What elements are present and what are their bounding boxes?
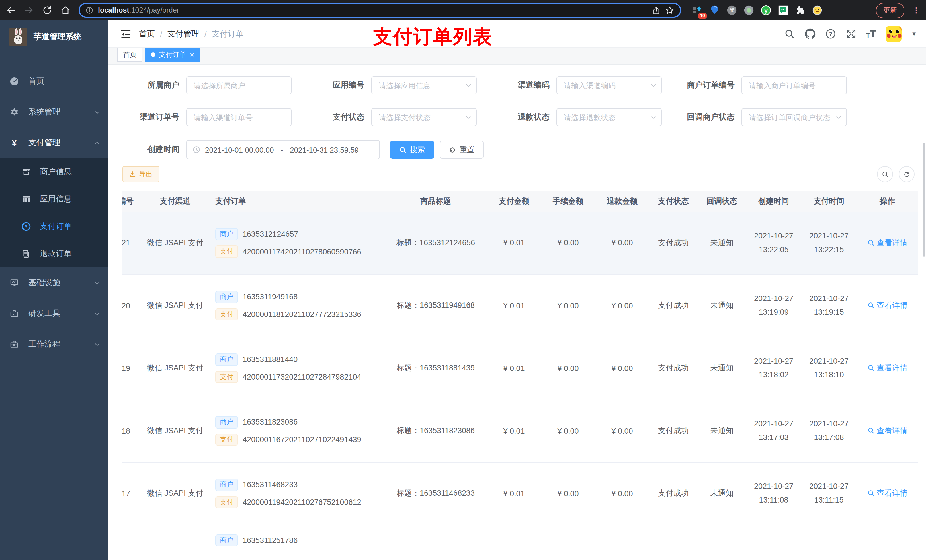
sidebar-item-home[interactable]: 首页 xyxy=(0,66,108,97)
sidebar-item-infra[interactable]: 基础设施 xyxy=(0,267,108,298)
merchant-order-no: 1635311468233 xyxy=(243,480,298,489)
share-icon[interactable] xyxy=(652,6,661,15)
ext-balloon-icon[interactable] xyxy=(710,5,720,15)
tab-home[interactable]: 首页 xyxy=(117,47,142,62)
sidebar-logo: 芋道管理系统 xyxy=(0,21,108,53)
forward-icon[interactable] xyxy=(24,5,34,15)
fullscreen-icon[interactable] xyxy=(846,29,856,39)
table-toolbar: 导出 xyxy=(123,166,919,182)
table-row: 21 微信 JSAPI 支付 商户 1635312124657 支付 42000… xyxy=(123,212,918,274)
sidebar-item-refund-order[interactable]: 退款订单 xyxy=(0,240,108,267)
ext-command-icon[interactable]: ⌘ xyxy=(727,5,737,15)
view-detail-link[interactable]: 查看详情 xyxy=(867,363,908,373)
channel-order-no: 4200001173202110272847982104 xyxy=(243,373,361,381)
app-select[interactable] xyxy=(371,76,477,95)
ext-badge: 10 xyxy=(698,13,707,19)
header-actions: ? TT ▼ xyxy=(784,26,917,42)
view-detail-label: 查看详情 xyxy=(877,363,908,373)
filter-channel-code: 渠道编码 xyxy=(493,76,662,95)
refresh-icon[interactable] xyxy=(899,166,915,182)
pay-status: 支付成功 xyxy=(649,274,698,337)
export-button[interactable]: 导出 xyxy=(123,166,159,182)
filter-refund-status: 退款状态 xyxy=(493,108,662,126)
help-icon[interactable]: ? xyxy=(825,29,836,39)
fee-amount: ¥ 0.00 xyxy=(541,212,595,274)
home-icon[interactable] xyxy=(61,5,71,15)
view-detail-link[interactable]: 查看详情 xyxy=(867,300,908,311)
url-bar[interactable]: localhost :1024/pay/order xyxy=(79,3,681,18)
merchant-input[interactable] xyxy=(186,76,292,95)
sidebar-item-label: 系统管理 xyxy=(29,107,84,117)
merchant-tag: 商户 xyxy=(215,291,238,303)
browser-menu-icon[interactable]: ⋮ xyxy=(912,6,920,14)
reload-icon[interactable] xyxy=(42,5,52,15)
search-button[interactable]: 搜索 xyxy=(390,140,434,159)
sidebar-menu: 首页 系统管理 ¥ 支付管理 xyxy=(0,53,108,560)
site-info-icon[interactable] xyxy=(85,6,94,14)
breadcrumb-home[interactable]: 首页 xyxy=(139,29,155,39)
avatar[interactable] xyxy=(885,26,902,42)
back-icon[interactable] xyxy=(6,5,16,15)
page-scrollbar[interactable] xyxy=(923,143,925,257)
refund-amount: ¥ 0.00 xyxy=(595,337,649,400)
toggle-search-icon[interactable] xyxy=(877,166,893,182)
sidebar-item-merchant-info[interactable]: 商户信息 xyxy=(0,158,108,186)
tab-pay-order[interactable]: 支付订单 ✕ xyxy=(145,47,200,62)
view-detail-link[interactable]: 查看详情 xyxy=(867,426,908,436)
bookmark-star-icon[interactable] xyxy=(665,6,674,15)
github-icon[interactable] xyxy=(805,29,816,39)
ext-emoji-icon[interactable] xyxy=(812,5,822,15)
pay-time: 13:17:08 xyxy=(803,431,854,444)
tab-close-icon[interactable]: ✕ xyxy=(190,51,195,58)
pay-status-select[interactable] xyxy=(371,108,477,126)
merchant-tag: 商户 xyxy=(215,353,238,366)
view-detail-label: 查看详情 xyxy=(877,488,908,498)
reset-button[interactable]: 重置 xyxy=(440,140,484,159)
create-time: 13:17:03 xyxy=(748,431,799,444)
callback-status-select[interactable] xyxy=(741,108,847,126)
sidebar-item-label: 基础设施 xyxy=(29,278,84,288)
update-button[interactable]: 更新 xyxy=(876,3,904,18)
col-status: 支付状态 xyxy=(649,191,698,212)
channel-code-select[interactable] xyxy=(557,76,662,95)
breadcrumb-pay[interactable]: 支付管理 xyxy=(168,29,199,39)
merchant-order-input[interactable] xyxy=(741,76,847,95)
merchant-tag: 商户 xyxy=(215,416,238,428)
ext-record-icon[interactable] xyxy=(744,5,754,15)
tab-label: 首页 xyxy=(123,50,137,59)
clock-icon xyxy=(192,146,200,154)
ext-y-icon[interactable]: y xyxy=(761,5,771,15)
sidebar-item-workflow[interactable]: 工作流程 xyxy=(0,329,108,360)
ext-pinned-icon[interactable]: 10 xyxy=(693,5,703,15)
pay-time: 13:19:15 xyxy=(803,306,854,319)
table-row-partial: 商户 1635311251786 xyxy=(123,525,918,559)
search-icon[interactable] xyxy=(784,29,795,39)
pay-date: 2021-10-27 xyxy=(803,480,854,494)
sidebar-item-pay[interactable]: ¥ 支付管理 xyxy=(0,127,108,158)
sidebar-item-pay-order[interactable]: ¥ 支付订单 xyxy=(0,213,108,240)
ext-chat-icon[interactable] xyxy=(778,5,788,15)
pay-tag: 支付 xyxy=(215,371,238,383)
collapse-sidebar-icon[interactable] xyxy=(121,29,131,38)
app-window: localhost :1024/pay/order 10 ⌘ y xyxy=(0,0,926,560)
font-size-icon[interactable]: TT xyxy=(866,29,876,39)
view-detail-link[interactable]: 查看详情 xyxy=(867,488,908,498)
col-amount: 支付金额 xyxy=(487,191,541,212)
avatar-caret-icon[interactable]: ▼ xyxy=(911,31,917,37)
date-range-input[interactable]: 2021-10-01 00:00:00 - 2021-10-31 23:59:5… xyxy=(186,140,380,159)
extensions-puzzle-icon[interactable] xyxy=(795,5,805,15)
filter-app: 应用编号 xyxy=(307,76,477,95)
sidebar-item-app-info[interactable]: 应用信息 xyxy=(0,186,108,213)
refund-status-select[interactable] xyxy=(557,108,662,126)
product-title: 标题：1635311823086 xyxy=(384,400,487,462)
breadcrumb-separator: / xyxy=(204,29,207,38)
pay-amount: ¥ 0.01 xyxy=(487,462,541,525)
sidebar-item-devtool[interactable]: 研发工具 xyxy=(0,298,108,329)
view-detail-link[interactable]: 查看详情 xyxy=(867,238,908,248)
dashboard-icon xyxy=(10,77,19,86)
pay-tag: 支付 xyxy=(215,433,238,445)
filter-row-1: 所属商户 应用编号 渠道编码 商户订单编号 xyxy=(123,76,919,95)
channel-order-input[interactable] xyxy=(186,108,292,126)
filter-channel-order: 渠道订单号 xyxy=(123,108,292,126)
sidebar-item-system[interactable]: 系统管理 xyxy=(0,97,108,127)
